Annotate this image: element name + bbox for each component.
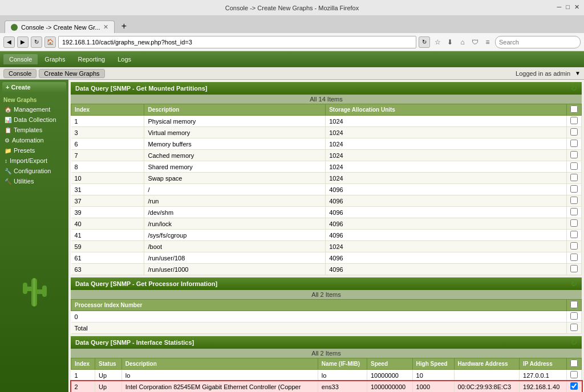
- partition-value: 1024: [326, 116, 567, 127]
- query-title-interface: Data Query [SNMP - Interface Statistics]: [75, 339, 194, 346]
- shield-icon[interactable]: 🛡: [470, 37, 480, 47]
- forward-button[interactable]: ▶: [17, 36, 29, 48]
- partition-value: 4096: [326, 195, 567, 207]
- check-partition[interactable]: [570, 231, 578, 238]
- app-tab-reporting[interactable]: Reporting: [72, 54, 111, 64]
- check-proc-total[interactable]: [570, 324, 578, 331]
- reload-button[interactable]: ↻: [419, 36, 430, 48]
- sidebar-item-templates-label: Templates: [14, 126, 42, 133]
- check-all-processor[interactable]: [570, 301, 578, 308]
- check-partition[interactable]: [570, 208, 578, 215]
- check-partition[interactable]: [570, 265, 578, 272]
- refresh-button[interactable]: ↻: [31, 36, 42, 48]
- table-row: 41 /sys/fs/cgroup 4096: [71, 230, 582, 241]
- app-tab-graphs[interactable]: Graphs: [39, 54, 71, 64]
- sidebar-item-automation[interactable]: ⚙ Automation: [0, 135, 68, 145]
- tab-label: Console -> Create New Gr...: [21, 24, 100, 31]
- if-highspeed-2: 1000: [412, 381, 454, 393]
- presets-icon: 📁: [5, 148, 11, 154]
- bookmark-icon[interactable]: ☆: [432, 37, 443, 47]
- sidebar-item-import-export-label: Import/Export: [10, 157, 47, 164]
- check-partition[interactable]: [570, 140, 578, 147]
- partition-value: 1024: [326, 161, 567, 173]
- refresh-interface-icon[interactable]: ↻: [570, 338, 577, 347]
- col-check-all[interactable]: [567, 104, 582, 116]
- browser-tab[interactable]: Console -> Create New Gr... ✕: [5, 21, 115, 33]
- logout-icon[interactable]: ▼: [575, 70, 581, 76]
- check-proc-0[interactable]: [570, 312, 578, 320]
- app-tab-logs[interactable]: Logs: [112, 54, 137, 64]
- sidebar-item-configuration-label: Configuration: [14, 168, 51, 174]
- check-partition[interactable]: [570, 254, 578, 261]
- partition-index: 6: [71, 138, 144, 150]
- maximize-icon[interactable]: □: [566, 3, 570, 11]
- partition-value: 1024: [326, 138, 567, 150]
- check-partition[interactable]: [570, 185, 578, 193]
- partition-index: 7: [71, 150, 144, 161]
- check-partition[interactable]: [570, 117, 578, 124]
- partition-desc: /: [144, 184, 326, 195]
- svg-rect-2: [23, 283, 27, 294]
- col-check-all-if[interactable]: [567, 358, 582, 370]
- sidebar-item-templates[interactable]: 📋 Templates: [0, 125, 68, 135]
- new-tab-button[interactable]: +: [117, 19, 131, 33]
- address-input[interactable]: [58, 36, 416, 48]
- sidebar-item-utilities[interactable]: 🔨 Utilities: [0, 176, 68, 186]
- if-ip-1: 127.0.0.1: [520, 370, 567, 381]
- sidebar-item-presets[interactable]: 📁 Presets: [0, 145, 68, 156]
- home-icon2[interactable]: ⌂: [457, 37, 468, 47]
- browser-search-input[interactable]: [495, 36, 581, 48]
- tab-close-button[interactable]: ✕: [103, 23, 108, 31]
- partition-desc: Virtual memory: [144, 127, 326, 138]
- breadcrumb-create-new-graphs[interactable]: Create New Graphs: [39, 69, 104, 78]
- col-check-all-proc[interactable]: [567, 300, 582, 311]
- check-if-2[interactable]: [570, 382, 578, 390]
- minimize-icon[interactable]: ─: [557, 3, 562, 11]
- table-row: 2 Up Intel Corporation 82545EM Gigabit E…: [71, 381, 582, 393]
- sidebar-item-import-export[interactable]: ↕ Import/Export: [0, 156, 68, 166]
- sidebar-item-automation-label: Automation: [12, 137, 44, 144]
- download-icon[interactable]: ⬇: [445, 37, 455, 47]
- if-desc-1: lo: [121, 370, 318, 381]
- col-if-description: Description: [121, 358, 318, 370]
- check-partition[interactable]: [570, 162, 578, 170]
- svg-rect-5: [33, 278, 35, 307]
- table-row: 37 /run 4096: [71, 195, 582, 207]
- col-storage: Storage Allocation Units: [326, 104, 567, 116]
- check-partition[interactable]: [570, 174, 578, 181]
- close-icon[interactable]: ✕: [574, 3, 579, 11]
- table-mounted-partitions: Index Description Storage Allocation Uni…: [71, 104, 582, 275]
- partition-value: 4096: [326, 218, 567, 230]
- check-if-1[interactable]: [570, 371, 578, 378]
- partition-index: 59: [71, 241, 144, 252]
- check-partition[interactable]: [570, 128, 578, 136]
- breadcrumb-console[interactable]: Console: [3, 69, 36, 78]
- refresh-mounted-partitions-icon[interactable]: ↻: [570, 84, 577, 93]
- count-processor: All 2 Items: [71, 290, 582, 299]
- menu-icon[interactable]: ≡: [482, 37, 493, 47]
- check-all-partitions[interactable]: [570, 105, 578, 113]
- partition-desc: /boot: [144, 241, 326, 252]
- refresh-processor-icon[interactable]: ↻: [570, 279, 577, 288]
- partition-index: 10: [71, 173, 144, 184]
- sidebar-item-presets-label: Presets: [14, 147, 35, 154]
- count-mounted-partitions: All 14 Items: [71, 95, 582, 104]
- app-tab-console[interactable]: Console: [3, 54, 38, 64]
- check-partition[interactable]: [570, 151, 578, 158]
- check-partition[interactable]: [570, 197, 578, 204]
- count-interface: All 2 Items: [71, 349, 582, 358]
- partition-index: 63: [71, 264, 144, 275]
- partition-desc: Shared memory: [144, 161, 326, 173]
- home-button[interactable]: 🏠: [44, 36, 56, 48]
- sidebar-item-configuration[interactable]: 🔧 Configuration: [0, 166, 68, 176]
- partition-index: 8: [71, 161, 144, 173]
- check-partition[interactable]: [570, 219, 578, 227]
- table-row: 40 /run/lock 4096: [71, 218, 582, 230]
- proc-row-total: Total: [71, 322, 567, 334]
- sidebar-item-management[interactable]: 🏠 Management: [0, 104, 68, 115]
- sidebar-item-data-collection[interactable]: 📊 Data Collection: [0, 115, 68, 125]
- check-partition[interactable]: [570, 242, 578, 250]
- check-all-interface[interactable]: [570, 360, 578, 367]
- back-button[interactable]: ◀: [3, 36, 15, 48]
- create-button[interactable]: + Create: [2, 82, 66, 92]
